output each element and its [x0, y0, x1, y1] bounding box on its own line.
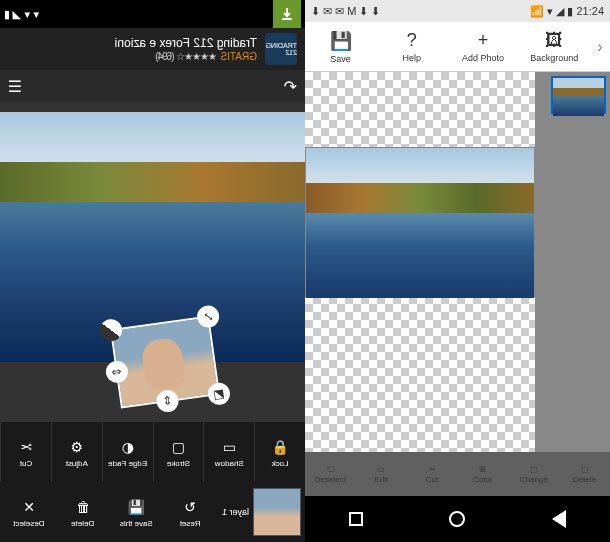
cut-button[interactable]: ✂Cut: [407, 452, 458, 496]
save-button[interactable]: 💾Save: [305, 30, 376, 64]
color-button[interactable]: ⊞Color: [457, 452, 508, 496]
download-icon[interactable]: [273, 0, 301, 28]
cut-button[interactable]: ✂Cut: [0, 422, 51, 482]
status-bar: ▾ ▾ ◢ ▮: [0, 0, 305, 28]
shadow-icon: ▭: [219, 437, 239, 457]
ad-badge: GRATIS: [221, 51, 257, 62]
plus-icon: +: [478, 30, 489, 51]
status-icons-left: ⬇ ✉ ✉ M ⬇ ⬇: [311, 5, 380, 18]
fade-icon: ◐: [118, 437, 138, 457]
editor-canvas[interactable]: [305, 72, 610, 452]
save-icon: 💾: [126, 497, 146, 517]
android-navbar: [305, 496, 610, 542]
tool-toolbar: 🔒Lock ▭Shadow ▢Stroke ◐Edge Fade ⚙Adjust…: [0, 422, 305, 482]
stretch-v-handle-icon[interactable]: ⇕: [155, 389, 180, 414]
left-phone-screen: ▾ ▾ ◢ ▮ TRADING 212 Trading 212 Forex e …: [0, 0, 305, 542]
adjust-icon: ⚙: [67, 437, 87, 457]
stroke-button[interactable]: ▢Stroke: [153, 422, 204, 482]
add-photo-button[interactable]: +Add Photo: [448, 30, 519, 63]
layer-thumbnail[interactable]: [253, 488, 301, 536]
trash-icon: 🗑: [73, 497, 93, 517]
cut-icon: ✂: [16, 437, 36, 457]
layer-label: layer 1: [219, 507, 249, 517]
ad-logo: TRADING 212: [265, 33, 297, 65]
ad-title: Trading 212 Forex e azioni: [8, 36, 257, 50]
adjust-button[interactable]: ⚙Adjust: [51, 422, 102, 482]
save-this-button[interactable]: 💾Save this: [112, 497, 162, 528]
right-phone-screen: ⬇ ✉ ✉ M ⬇ ⬇ 📶 ▾ ◢ ▮ 21:24 💾Save ?Help +A…: [305, 0, 610, 542]
reset-button[interactable]: ↻Reset: [165, 497, 215, 528]
clock: 21:24: [576, 5, 604, 18]
ad-banner[interactable]: TRADING 212 Trading 212 Forex e azioni G…: [0, 28, 305, 70]
delete-button[interactable]: 🗑Delete: [58, 497, 108, 528]
lock-icon: 🔒: [270, 437, 290, 457]
background-button[interactable]: 🖼Background: [519, 30, 590, 63]
close-icon: ✕: [19, 497, 39, 517]
change-button[interactable]: ▢Change: [508, 452, 559, 496]
image-icon: 🖼: [545, 30, 563, 51]
menu-icon[interactable]: ☰: [8, 77, 22, 96]
layer-bar: layer 1 ↻Reset 💾Save this 🗑Delete ✕Desel…: [0, 482, 305, 542]
ad-rating-count: (694): [156, 51, 174, 62]
shadow-button[interactable]: ▭Shadow: [203, 422, 254, 482]
placed-photo[interactable]: [305, 147, 535, 297]
chevron-right-icon[interactable]: ›: [590, 38, 610, 56]
back-button[interactable]: [539, 510, 579, 528]
app-header: ↶ ☰: [0, 70, 305, 102]
edge-fade-button[interactable]: ◐Edge Fade: [102, 422, 153, 482]
deselect-button[interactable]: ☐Deselect: [305, 452, 356, 496]
stroke-icon: ▢: [168, 437, 188, 457]
help-icon: ?: [407, 30, 417, 51]
help-button[interactable]: ?Help: [376, 30, 447, 63]
stretch-h-handle-icon[interactable]: ⇔: [104, 359, 129, 384]
overlay-photo-selection[interactable]: ⤢ ◩ ⇔ ⇕: [110, 315, 220, 408]
save-icon: 💾: [330, 30, 352, 52]
deselect-button[interactable]: ✕Deselect: [4, 497, 54, 528]
flip-handle-icon[interactable]: ◩: [207, 381, 232, 406]
layer-thumbnail[interactable]: [551, 76, 606, 114]
edit-button[interactable]: ▭Edit: [356, 452, 407, 496]
ad-stars: ★★★★☆: [177, 51, 217, 62]
status-icons-right: 📶 ▾ ◢ ▮ 21:24: [530, 5, 604, 18]
reset-icon: ↻: [180, 497, 200, 517]
delete-button[interactable]: ▢Delete: [559, 452, 610, 496]
edit-toolbar: ☐Deselect ▭Edit ✂Cut ⊞Color ▢Change ▢Del…: [305, 452, 610, 496]
lock-button[interactable]: 🔒Lock: [254, 422, 305, 482]
editor-canvas[interactable]: ⤢ ◩ ⇔ ⇕: [0, 102, 305, 422]
app-toolbar: 💾Save ?Help +Add Photo 🖼Background ›: [305, 22, 610, 72]
status-icons: ▾ ▾ ◢ ▮: [4, 8, 39, 21]
home-button[interactable]: [437, 511, 477, 527]
recent-apps-button[interactable]: [336, 512, 376, 526]
undo-icon[interactable]: ↶: [284, 77, 297, 96]
status-bar: ⬇ ✉ ✉ M ⬇ ⬇ 📶 ▾ ◢ ▮ 21:24: [305, 0, 610, 22]
